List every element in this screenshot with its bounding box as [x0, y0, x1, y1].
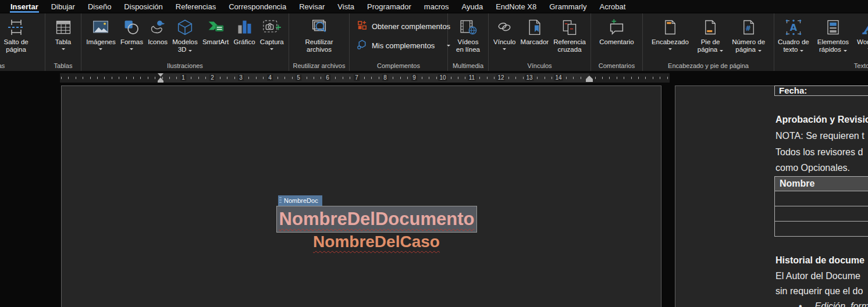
tab-vista[interactable]: Vista [331, 0, 361, 13]
icons-duck-icon [148, 16, 167, 38]
table-row[interactable] [774, 222, 868, 237]
smartart-button[interactable]: SmartArt [202, 16, 229, 46]
quick-parts-button[interactable]: Elementos rápidos [817, 16, 849, 53]
document-title-text[interactable]: NombreDelDocumento [279, 209, 475, 230]
document-subtitle-wrap: NombreDelCaso [115, 233, 638, 251]
group-label-vinculos: Vínculos [489, 62, 590, 69]
tab-diseno[interactable]: Diseño [81, 0, 118, 13]
tab-grammarly[interactable]: Grammarly [543, 0, 593, 13]
right-indent-marker[interactable] [586, 76, 593, 83]
tab-ayuda[interactable]: Ayuda [455, 0, 489, 13]
ribbon-group-reutilizar: Reutilizar archivos Reutilizar archivos [289, 13, 350, 71]
get-addins-button[interactable]: Obtener complementos [357, 20, 447, 33]
group-label-complementos: Complementos [350, 62, 447, 69]
online-videos-button[interactable]: Vídeos en línea [456, 16, 480, 53]
indent-marker[interactable] [157, 73, 164, 83]
table-button[interactable]: Tabla [55, 16, 72, 50]
cross-reference-button[interactable]: Referencia cruzada [553, 16, 586, 53]
link-icon [495, 16, 514, 38]
tab-programador[interactable]: Programador [361, 0, 418, 13]
3d-models-button[interactable]: Modelos 3D [172, 16, 197, 53]
header-button[interactable]: Encabezado [652, 16, 689, 50]
text-box-button[interactable]: A Cuadro de texto [778, 16, 809, 53]
wordart-button[interactable]: A WordArt [857, 16, 868, 50]
icons-button[interactable]: Iconos [148, 16, 168, 46]
page-break-button[interactable]: Salto de página [3, 16, 28, 53]
reuse-files-button[interactable]: Reutilizar archivos [305, 16, 333, 53]
page-number-icon: # [741, 16, 757, 38]
tab-acrobat[interactable]: Acrobat [593, 0, 632, 13]
tab-endnote[interactable]: EndNote X8 [489, 0, 543, 13]
page-number-button[interactable]: # Número de página [732, 16, 765, 53]
bullet-glyph: • [799, 301, 802, 307]
link-button[interactable]: Vínculo [493, 16, 515, 50]
ribbon-group-multimedia: Vídeos en línea Multimedia [448, 13, 489, 71]
tab-referencias[interactable]: Referencias [169, 0, 222, 13]
content-control-tag[interactable]: NombreDoc [278, 195, 322, 206]
bullet-line: •Edición, form [799, 301, 868, 307]
page-number-label-1: Número de [732, 38, 765, 46]
reviewers-table[interactable]: Nombre [774, 176, 868, 237]
document-page-1[interactable]: NombreDoc NombreDelDocumento NombreDelCa… [61, 85, 661, 307]
tab-correspondencia[interactable]: Correspondencia [222, 0, 293, 13]
cross-reference-icon [561, 16, 578, 38]
shapes-button[interactable]: Formas [120, 16, 143, 50]
online-videos-label-2: en línea [456, 46, 480, 53]
3d-models-label-1: Modelos [172, 38, 197, 46]
my-addins-label: Mis complementos [372, 41, 435, 50]
tab-disposicion[interactable]: Disposición [118, 0, 169, 13]
ruler-number: 11 [468, 74, 476, 81]
quick-parts-label-2: rápidos [819, 46, 841, 53]
tab-revisar[interactable]: Revisar [293, 0, 331, 13]
ribbon-group-encabezado-pie: Encabezado Pie de página # Número de pág… [643, 13, 774, 71]
opcionales-line: como Opcionales. [775, 163, 850, 173]
3d-models-label-2: 3D [178, 46, 187, 53]
pictures-button[interactable]: Imágenes [86, 16, 116, 50]
screenshot-label: Captura [260, 38, 284, 46]
my-addins-button[interactable]: Mis complementos [357, 39, 447, 52]
bullet-text: Edición, form [815, 301, 868, 307]
tab-macros[interactable]: macros [418, 0, 456, 13]
page-break-label-2: página [6, 46, 26, 53]
ruler-number: 14 [554, 74, 563, 81]
document-page-2[interactable]: Fecha: Aprobación y Revisio NOTA: Se req… [675, 85, 868, 307]
chart-button[interactable]: Gráfico [234, 16, 255, 46]
bookmark-button[interactable]: Marcador [521, 16, 549, 46]
ribbon-group-comentarios: Comentario Comentarios [591, 13, 643, 71]
3d-cube-icon [176, 16, 194, 38]
screenshot-button[interactable]: Captura [260, 16, 284, 50]
screenshot-camera-icon [261, 16, 282, 38]
content-control-box[interactable]: NombreDelDocumento [276, 206, 477, 233]
shapes-label: Formas [120, 38, 143, 46]
header-label: Encabezado [652, 38, 689, 46]
cross-reference-label-2: cruzada [558, 46, 582, 53]
revisores-line: Todos los revisores d [775, 147, 863, 158]
fecha-table-cell[interactable]: Fecha: [774, 85, 868, 96]
smartart-label: SmartArt [202, 38, 229, 46]
comment-button[interactable]: Comentario [599, 16, 634, 46]
chevron-down-icon [99, 48, 102, 50]
tab-insertar[interactable]: Insertar [4, 0, 45, 13]
ribbon-group-ilustraciones: Imágenes Formas Iconos Modelo [81, 13, 289, 71]
table-row[interactable] [774, 206, 868, 222]
tab-dibujar[interactable]: Dibujar [45, 0, 81, 13]
wordart-label: WordArt [857, 38, 868, 46]
bookmark-icon [526, 16, 543, 38]
document-subtitle-text[interactable]: NombreDelCaso [313, 233, 440, 251]
footer-label-1: Pie de [701, 38, 720, 46]
group-label-texto: Texto [774, 62, 868, 69]
footer-button[interactable]: Pie de página [698, 16, 724, 53]
text-box-icon: A [784, 16, 803, 38]
group-label-tablas: Tablas [45, 62, 81, 69]
ruler-number: 9 [411, 74, 417, 81]
svg-text:A: A [790, 22, 798, 33]
page-break-icon [6, 16, 27, 38]
ruler-number: 1 [180, 74, 186, 81]
chevron-down-icon [720, 50, 723, 52]
horizontal-ruler[interactable]: 1 2 3 4 5 6 7 8 9 10 11 12 13 14 [60, 73, 670, 83]
table-row[interactable] [774, 191, 868, 206]
wordart-icon: A [859, 16, 868, 38]
chevron-down-icon [130, 48, 133, 50]
ruler-number: 8 [382, 74, 388, 81]
chart-label: Gráfico [234, 38, 255, 46]
